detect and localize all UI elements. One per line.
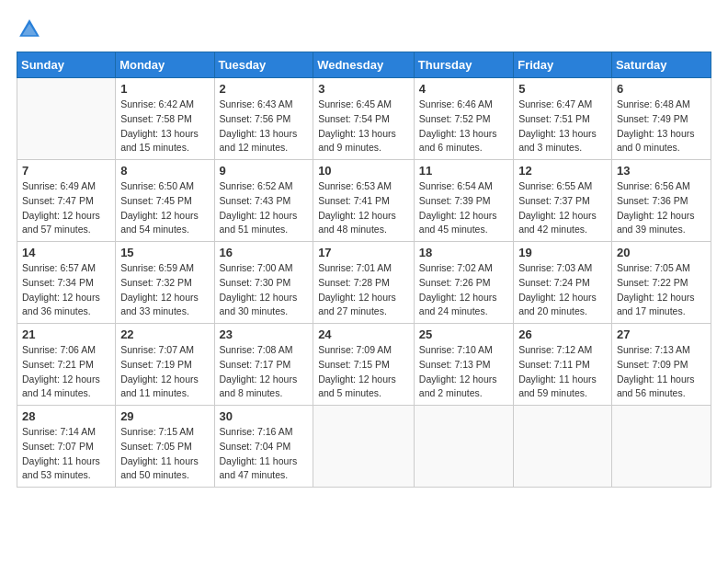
day-info: Sunrise: 7:02 AMSunset: 7:26 PMDaylight:… xyxy=(419,261,508,319)
calendar-cell: 11Sunrise: 6:54 AMSunset: 7:39 PMDayligh… xyxy=(414,160,513,242)
day-number: 22 xyxy=(120,327,209,341)
day-number: 27 xyxy=(617,327,706,341)
calendar-cell: 30Sunrise: 7:16 AMSunset: 7:04 PMDayligh… xyxy=(214,406,313,488)
day-info: Sunrise: 6:59 AMSunset: 7:32 PMDaylight:… xyxy=(120,261,209,319)
day-info: Sunrise: 7:00 AMSunset: 7:30 PMDaylight:… xyxy=(220,261,309,319)
calendar-cell: 29Sunrise: 7:15 AMSunset: 7:05 PMDayligh… xyxy=(116,406,214,488)
day-info-line: Sunrise: 6:47 AM xyxy=(518,98,592,109)
day-info-line: Sunrise: 7:01 AM xyxy=(318,262,392,273)
day-info-line: Sunrise: 7:14 AM xyxy=(22,426,96,437)
day-number: 8 xyxy=(120,164,209,178)
weekday-header-row: SundayMondayTuesdayWednesdayThursdayFrid… xyxy=(17,52,711,78)
day-info-line: Sunset: 7:56 PM xyxy=(220,113,291,124)
calendar-cell: 19Sunrise: 7:03 AMSunset: 7:24 PMDayligh… xyxy=(514,242,612,324)
day-info-line: and 12 minutes. xyxy=(220,142,289,153)
calendar-cell: 18Sunrise: 7:02 AMSunset: 7:26 PMDayligh… xyxy=(414,242,513,324)
calendar-cell: 6Sunrise: 6:48 AMSunset: 7:49 PMDaylight… xyxy=(611,78,711,160)
day-info-line: Sunset: 7:17 PM xyxy=(220,359,291,370)
calendar-cell: 26Sunrise: 7:12 AMSunset: 7:11 PMDayligh… xyxy=(514,324,612,406)
day-info-line: Sunrise: 6:53 AM xyxy=(318,180,392,191)
day-info-line: and 50 minutes. xyxy=(120,469,189,480)
day-info-line: Daylight: 13 hours xyxy=(419,128,497,139)
day-info-line: and 59 minutes. xyxy=(518,387,587,398)
day-info: Sunrise: 6:50 AMSunset: 7:45 PMDaylight:… xyxy=(120,179,209,237)
weekday-header-tuesday: Tuesday xyxy=(214,52,313,78)
day-info: Sunrise: 6:42 AMSunset: 7:58 PMDaylight:… xyxy=(120,98,209,155)
day-info-line: Daylight: 12 hours xyxy=(220,210,298,221)
day-info-line: Sunset: 7:51 PM xyxy=(518,113,590,124)
day-number: 25 xyxy=(419,327,508,341)
calendar-cell: 20Sunrise: 7:05 AMSunset: 7:22 PMDayligh… xyxy=(611,242,711,324)
day-info-line: and 11 minutes. xyxy=(120,387,189,398)
day-info-line: Sunset: 7:49 PM xyxy=(617,113,688,124)
day-info-line: Daylight: 12 hours xyxy=(22,210,100,221)
calendar-cell: 12Sunrise: 6:55 AMSunset: 7:37 PMDayligh… xyxy=(514,160,612,242)
day-info: Sunrise: 7:06 AMSunset: 7:21 PMDaylight:… xyxy=(22,343,110,401)
day-info-line: Daylight: 12 hours xyxy=(120,292,199,303)
day-info-line: Daylight: 13 hours xyxy=(120,128,199,139)
day-info-line: Sunrise: 6:52 AM xyxy=(220,180,293,191)
day-info-line: Sunrise: 6:50 AM xyxy=(120,180,194,191)
day-info-line: Sunrise: 7:06 AM xyxy=(22,344,96,355)
day-number: 19 xyxy=(518,246,607,259)
day-info-line: Sunset: 7:39 PM xyxy=(419,195,491,206)
day-info-line: Sunrise: 7:07 AM xyxy=(120,344,194,355)
page: SundayMondayTuesdayWednesdayThursdayFrid… xyxy=(0,0,728,563)
day-info-line: Daylight: 12 hours xyxy=(220,373,298,385)
day-number: 29 xyxy=(120,409,209,423)
day-info-line: Sunrise: 6:56 AM xyxy=(617,180,690,191)
day-info-line: Sunrise: 6:48 AM xyxy=(617,98,690,109)
day-info-line: Daylight: 12 hours xyxy=(518,292,597,303)
day-info-line: and 45 minutes. xyxy=(419,224,488,235)
day-info-line: Sunset: 7:09 PM xyxy=(617,359,688,370)
day-info-line: Sunset: 7:05 PM xyxy=(120,441,192,452)
day-number: 6 xyxy=(617,82,706,96)
day-info-line: Sunset: 7:21 PM xyxy=(22,359,94,370)
day-info-line: and 14 minutes. xyxy=(22,387,91,398)
calendar-cell xyxy=(611,406,711,488)
day-info-line: and 47 minutes. xyxy=(220,469,289,480)
day-info-line: and 9 minutes. xyxy=(318,142,381,153)
calendar-cell xyxy=(514,406,612,488)
day-info-line: Daylight: 12 hours xyxy=(120,373,199,385)
calendar: SundayMondayTuesdayWednesdayThursdayFrid… xyxy=(17,52,711,488)
day-number: 13 xyxy=(617,164,706,178)
day-info-line: Daylight: 12 hours xyxy=(22,373,100,385)
day-info-line: Sunset: 7:26 PM xyxy=(419,277,491,288)
day-info-line: Daylight: 12 hours xyxy=(318,292,396,303)
day-number: 28 xyxy=(22,409,110,423)
calendar-cell: 22Sunrise: 7:07 AMSunset: 7:19 PMDayligh… xyxy=(116,324,214,406)
day-info-line: Sunrise: 7:16 AM xyxy=(220,426,293,437)
day-info: Sunrise: 6:53 AMSunset: 7:41 PMDaylight:… xyxy=(318,179,409,237)
calendar-cell: 27Sunrise: 7:13 AMSunset: 7:09 PMDayligh… xyxy=(611,324,711,406)
day-info-line: Sunset: 7:22 PM xyxy=(617,277,688,288)
day-info: Sunrise: 7:03 AMSunset: 7:24 PMDaylight:… xyxy=(518,261,607,319)
day-info-line: Sunrise: 6:42 AM xyxy=(120,98,194,109)
day-info-line: Daylight: 12 hours xyxy=(220,292,298,303)
day-number: 11 xyxy=(419,164,508,178)
day-info-line: Daylight: 12 hours xyxy=(518,210,597,221)
day-info-line: Daylight: 11 hours xyxy=(120,455,199,466)
day-info: Sunrise: 7:08 AMSunset: 7:17 PMDaylight:… xyxy=(220,343,309,401)
day-info-line: and 5 minutes. xyxy=(318,387,381,398)
day-info-line: Sunrise: 6:45 AM xyxy=(318,98,392,109)
calendar-cell: 5Sunrise: 6:47 AMSunset: 7:51 PMDaylight… xyxy=(514,78,612,160)
day-info-line: Sunrise: 7:12 AM xyxy=(518,344,592,355)
day-info: Sunrise: 7:01 AMSunset: 7:28 PMDaylight:… xyxy=(318,261,409,319)
day-info-line: Sunrise: 6:54 AM xyxy=(419,180,493,191)
day-info-line: Daylight: 12 hours xyxy=(419,210,497,221)
day-info-line: Daylight: 11 hours xyxy=(518,373,597,385)
day-number: 5 xyxy=(518,82,607,96)
day-info-line: Sunset: 7:13 PM xyxy=(419,359,491,370)
day-info-line: Sunset: 7:24 PM xyxy=(518,277,590,288)
day-number: 20 xyxy=(617,246,706,259)
day-info-line: Sunset: 7:41 PM xyxy=(318,195,390,206)
day-info-line: and 24 minutes. xyxy=(419,305,488,316)
day-info-line: Sunrise: 7:02 AM xyxy=(419,262,493,273)
day-info-line: Sunset: 7:36 PM xyxy=(617,195,688,206)
day-info: Sunrise: 6:56 AMSunset: 7:36 PMDaylight:… xyxy=(617,179,706,237)
calendar-cell: 16Sunrise: 7:00 AMSunset: 7:30 PMDayligh… xyxy=(214,242,313,324)
week-row-4: 21Sunrise: 7:06 AMSunset: 7:21 PMDayligh… xyxy=(17,324,711,406)
day-number: 23 xyxy=(220,327,309,341)
day-number: 10 xyxy=(318,164,409,178)
